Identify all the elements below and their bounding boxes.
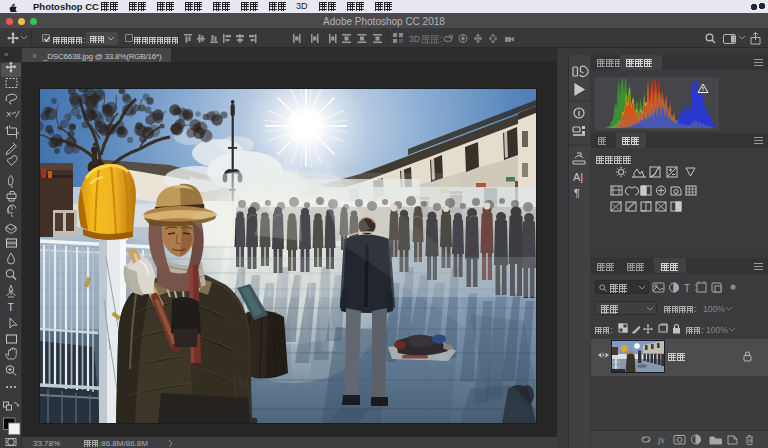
svg-text:T: T [684,283,690,294]
svg-text:¶: ¶ [574,187,580,199]
svg-text:T: T [8,301,15,313]
svg-text:A|: A| [573,171,583,183]
svg-text:fx: fx [658,435,665,445]
